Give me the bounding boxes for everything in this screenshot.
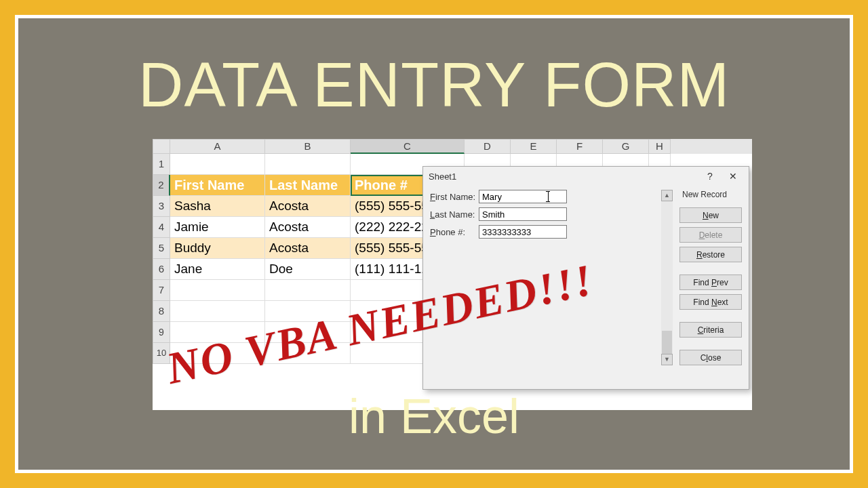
col-head-G[interactable]: G <box>603 139 649 154</box>
dialog-titlebar[interactable]: Sheet1 ? ✕ <box>423 167 749 186</box>
label-last-name: Last Name: <box>430 209 479 220</box>
scroll-up-icon[interactable]: ▲ <box>661 190 673 201</box>
row-head-6[interactable]: 6 <box>153 259 170 280</box>
dialog-buttons: New Record New Delete Restore Find Prev … <box>679 190 742 365</box>
new-button[interactable]: New <box>679 207 742 223</box>
dialog-title: Sheet1 <box>429 171 698 182</box>
row-head-7[interactable]: 7 <box>153 280 170 301</box>
criteria-button[interactable]: Criteria <box>679 322 742 338</box>
cell-A2-header-first[interactable]: First Name <box>170 175 265 196</box>
scroll-thumb[interactable] <box>662 331 672 354</box>
frame: DATA ENTRY FORM A B C D E F G H 1 <box>15 15 853 473</box>
col-head-H[interactable]: H <box>649 139 671 154</box>
row-head-5[interactable]: 5 <box>153 238 170 259</box>
delete-button[interactable]: Delete <box>679 227 742 243</box>
column-header-row: A B C D E F G H <box>153 139 752 154</box>
record-scrollbar[interactable]: ▲ ▼ <box>661 190 673 365</box>
cell-B5[interactable]: Acosta <box>265 238 351 259</box>
cell-B2-header-last[interactable]: Last Name <box>265 175 351 196</box>
scroll-track[interactable] <box>661 201 673 354</box>
cell-B1[interactable] <box>265 154 351 175</box>
col-head-F[interactable]: F <box>557 139 603 154</box>
row-head-2[interactable]: 2 <box>153 175 170 196</box>
row-head-4[interactable]: 4 <box>153 217 170 238</box>
field-row-first: First Name: <box>430 190 654 203</box>
find-prev-button[interactable]: Find Prev <box>679 274 742 290</box>
cell-A5[interactable]: Buddy <box>170 238 265 259</box>
field-row-phone: Phone #: <box>430 225 654 239</box>
cell-A1[interactable] <box>170 154 265 175</box>
col-head-A[interactable]: A <box>170 139 265 154</box>
last-name-input[interactable] <box>479 207 567 221</box>
row-head-3[interactable]: 3 <box>153 196 170 217</box>
cell-B3[interactable]: Acosta <box>265 196 351 217</box>
cell-B6[interactable]: Doe <box>265 259 351 280</box>
find-next-button[interactable]: Find Next <box>679 294 742 310</box>
page-title: DATA ENTRY FORM <box>18 49 850 121</box>
col-head-D[interactable]: D <box>465 139 511 154</box>
col-head-B[interactable]: B <box>265 139 351 154</box>
cell-B4[interactable]: Acosta <box>265 217 351 238</box>
text-cursor-icon <box>548 191 549 202</box>
cell-A6[interactable]: Jane <box>170 259 265 280</box>
scroll-down-icon[interactable]: ▼ <box>661 354 673 365</box>
col-head-E[interactable]: E <box>511 139 557 154</box>
restore-button[interactable]: Restore <box>679 247 742 262</box>
label-phone: Phone #: <box>430 227 479 237</box>
row-head-1[interactable]: 1 <box>153 154 170 175</box>
cell-A3[interactable]: Sasha <box>170 196 265 217</box>
first-name-input[interactable] <box>479 190 567 203</box>
row-head-9[interactable]: 9 <box>153 322 170 343</box>
help-icon[interactable]: ? <box>698 171 722 182</box>
cell-A4[interactable]: Jamie <box>170 217 265 238</box>
label-first-name: First Name: <box>430 192 479 202</box>
row-head-8[interactable]: 8 <box>153 301 170 322</box>
record-status: New Record <box>679 190 742 199</box>
close-button[interactable]: Close <box>679 350 742 365</box>
subtitle: in Excel <box>18 388 850 444</box>
phone-input[interactable] <box>479 225 567 239</box>
field-row-last: Last Name: <box>430 207 654 221</box>
close-icon[interactable]: ✕ <box>722 171 745 182</box>
col-head-C[interactable]: C <box>351 139 465 154</box>
select-all-corner[interactable] <box>153 139 170 154</box>
